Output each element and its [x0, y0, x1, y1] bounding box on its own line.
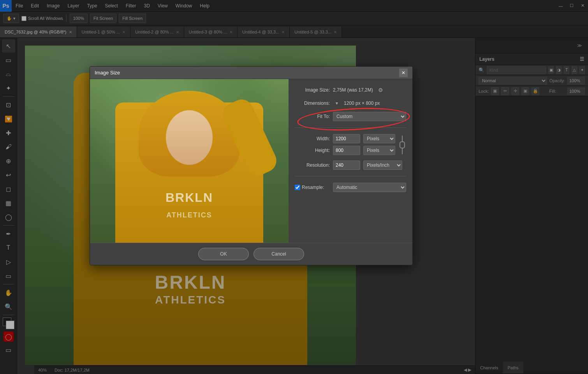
tab-dsc[interactable]: DSC_7632.jpg @ 40% (RGB/8*) ✕ [0, 26, 77, 37]
fit-screen-button[interactable]: Fit Screen [90, 14, 116, 23]
tab-untitled4[interactable]: Untitled-4 @ 33,3... ✕ [238, 26, 290, 37]
tab-untitled2[interactable]: Untitled-2 @ 80% ... ✕ [130, 26, 184, 37]
width-input[interactable] [333, 134, 360, 143]
resample-checkbox[interactable] [295, 185, 300, 190]
zoom-tool[interactable]: 🔍 [2, 300, 15, 313]
menu-layer[interactable]: Layer [63, 0, 83, 11]
quick-mask-mode[interactable]: ◯ [4, 332, 14, 342]
close-tab-untitled1[interactable]: ✕ [122, 30, 125, 34]
panel-tab-paths[interactable]: Paths [503, 362, 523, 374]
height-unit-select[interactable]: Pixels Percent Inches cm [363, 146, 395, 155]
clone-stamp-tool[interactable]: ⊕ [2, 154, 15, 168]
layers-search-input[interactable] [487, 66, 546, 74]
lock-all-btn[interactable]: 🔒 [532, 87, 539, 95]
type-tool[interactable]: T [2, 241, 15, 254]
menu-window[interactable]: Window [172, 0, 196, 11]
lock-pixels-btn[interactable]: ✏ [501, 87, 509, 95]
panel-collapse-btn[interactable]: ≫ [574, 40, 585, 51]
brush-tool[interactable]: 🖌 [2, 140, 15, 153]
tool-separator-4 [3, 315, 14, 315]
hand-tool[interactable]: ✋ [2, 286, 15, 299]
menu-edit[interactable]: Edit [27, 0, 43, 11]
lasso-tool[interactable]: ⌓ [2, 67, 15, 81]
screen-mode[interactable]: ▭ [2, 343, 15, 356]
menu-help[interactable]: Help [196, 0, 213, 11]
crop-tool[interactable]: ⊡ [2, 98, 15, 111]
healing-brush-tool[interactable]: ✚ [2, 126, 15, 139]
lock-artboard-btn[interactable]: ▣ [521, 87, 529, 95]
menu-select[interactable]: Select [101, 0, 121, 11]
menu-view[interactable]: View [154, 0, 172, 11]
layers-menu-btn[interactable]: ☰ [580, 56, 584, 62]
close-tab-untitled4[interactable]: ✕ [282, 30, 285, 34]
width-row: Width: Pixels Percent Inches cm [295, 134, 395, 143]
magic-wand-tool[interactable]: ✦ [2, 81, 15, 95]
fill-input[interactable] [567, 88, 585, 95]
menu-filter[interactable]: Filter [122, 0, 140, 11]
image-size-settings-btn[interactable]: ⚙ [376, 85, 386, 95]
resolution-unit-select[interactable]: Pixels/Inch Pixels/cm [363, 161, 402, 170]
menu-3d[interactable]: 3D [140, 0, 153, 11]
maximize-button[interactable]: ☐ [566, 0, 577, 11]
layer-filter-shape[interactable]: △ [572, 66, 577, 74]
tab-untitled5[interactable]: Untitled-5 @ 33,3... ✕ [290, 26, 342, 37]
dimensions-chevron[interactable]: ▾ [333, 99, 341, 107]
rectangular-marquee-tool[interactable]: ▭ [2, 53, 15, 67]
scroll-all-label[interactable]: Scroll All Windows [21, 16, 63, 21]
background-color[interactable] [6, 321, 14, 329]
cancel-button[interactable]: Cancel [254, 248, 304, 260]
minimize-button[interactable]: — [555, 0, 566, 11]
shape-tool[interactable]: ▭ [2, 269, 15, 282]
lock-transparent-btn[interactable]: ▣ [491, 87, 499, 95]
preview-text-brkln: BRKLN [165, 191, 213, 204]
dialog-close-button[interactable]: ✕ [399, 69, 408, 77]
lock-position-btn[interactable]: ✛ [511, 87, 519, 95]
width-unit-select[interactable]: Pixels Percent Inches cm [363, 134, 395, 143]
nav-arrows[interactable]: ◀ ▶ [464, 367, 471, 372]
toolbar-divider-1 [66, 14, 67, 22]
layer-filter-pixel[interactable]: ▣ [548, 66, 554, 74]
fill-screen-button[interactable]: Fill Screen [119, 14, 146, 23]
layer-filter-adjustment[interactable]: ◑ [556, 66, 562, 74]
close-button[interactable]: ✕ [577, 0, 588, 11]
eraser-tool[interactable]: ◻ [2, 182, 15, 196]
history-brush-tool[interactable]: ↩ [2, 168, 15, 182]
zoom-display[interactable]: 100% [70, 14, 88, 23]
menu-type[interactable]: Type [83, 0, 101, 11]
move-tool[interactable]: ↖ [2, 39, 15, 53]
menubar: Ps File Edit Image Layer Type Select Fil… [0, 0, 588, 12]
scroll-all-checkbox[interactable] [21, 16, 26, 21]
resample-method-select[interactable]: Automatic Preserve Details Bicubic Smoot… [333, 183, 406, 192]
ok-button[interactable]: OK [198, 248, 249, 260]
dimensions-row: Dimensions: ▾ 1200 px × 800 px [295, 99, 406, 107]
color-swatches[interactable] [2, 317, 15, 330]
hand-tool-options[interactable]: ✋ ▾ [3, 14, 19, 23]
close-tab-dsc[interactable]: ✕ [69, 30, 72, 34]
layer-filter-type[interactable]: T [564, 66, 569, 74]
fit-to-select[interactable]: Custom Original Size Screen Resolution [333, 112, 406, 121]
image-size-dialog[interactable]: Image Size ✕ BRKLN ATHLETICS [90, 66, 413, 265]
window-controls: — ☐ ✕ [555, 0, 588, 11]
eyedropper-tool[interactable]: 🔽 [2, 112, 15, 125]
tab-untitled1[interactable]: Untitled-1 @ 50% ... ✕ [77, 26, 131, 37]
menu-file[interactable]: File [12, 0, 27, 11]
close-tab-untitled3[interactable]: ✕ [229, 30, 232, 34]
close-tab-untitled5[interactable]: ✕ [334, 30, 337, 34]
gradient-tool[interactable]: ▦ [2, 196, 15, 210]
tool-separator-2 [3, 225, 14, 226]
preview-text-athletics: ATHLETICS [166, 211, 212, 219]
blend-mode-select[interactable]: Normal Multiply Screen Overlay [479, 77, 547, 85]
close-tab-untitled2[interactable]: ✕ [176, 30, 179, 34]
layers-panel: Layers ☰ 🔍 ▣ ◑ T △ ✦ Normal Multiply Scr… [475, 53, 588, 362]
opacity-input[interactable] [567, 77, 585, 85]
tab-untitled3[interactable]: Untitled-3 @ 80% ... ✕ [184, 26, 238, 37]
height-input[interactable] [333, 146, 360, 155]
ps-logo: Ps [0, 0, 12, 12]
layer-filter-smart[interactable]: ✦ [579, 66, 585, 74]
menu-image[interactable]: Image [43, 0, 63, 11]
resolution-input[interactable] [333, 161, 360, 170]
dodge-tool[interactable]: ◯ [2, 210, 15, 224]
panel-tab-channels[interactable]: Channels [475, 362, 503, 374]
pen-tool[interactable]: ✒ [2, 227, 15, 240]
path-selection-tool[interactable]: ▷ [2, 255, 15, 268]
